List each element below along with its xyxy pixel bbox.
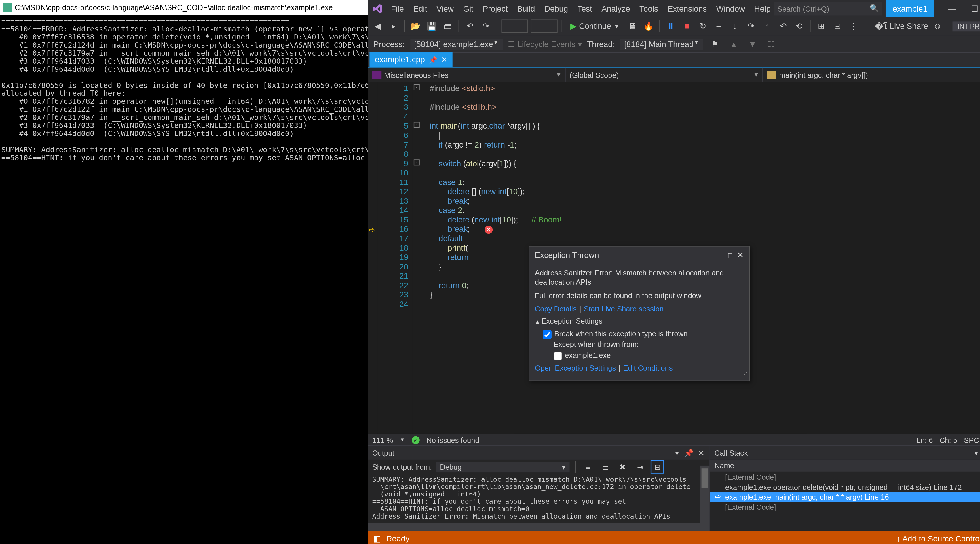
feedback-icon[interactable]: ☺ (931, 19, 944, 33)
debug-target-icon[interactable]: 🖥 (626, 19, 640, 33)
save-icon[interactable]: 💾 (425, 19, 439, 33)
edit-conditions-link[interactable]: Edit Conditions (623, 364, 673, 372)
code-line[interactable] (430, 168, 980, 178)
console-output[interactable]: ========================================… (0, 15, 368, 544)
menu-help[interactable]: Help (750, 4, 775, 13)
menu-project[interactable]: Project (479, 4, 512, 13)
menu-git[interactable]: Git (459, 4, 477, 13)
code-line[interactable]: case 2: (430, 206, 980, 215)
panel-dropdown-icon[interactable]: ▾ (672, 448, 682, 457)
reverse-icon[interactable]: ⟲ (792, 19, 806, 33)
menu-analyze[interactable]: Analyze (597, 4, 634, 13)
zoom-level[interactable]: 111 % (372, 436, 393, 444)
output-clear-icon[interactable]: ✖ (616, 460, 630, 474)
callstack-row[interactable]: example1.exe!operator delete(void * ptr,… (711, 482, 980, 492)
solution-tab[interactable]: example1 (886, 0, 934, 17)
stackframe-up-icon[interactable]: ▲ (727, 37, 741, 51)
lifecycle-icon[interactable]: ☰ Lifecycle Events ▾ (508, 39, 582, 49)
nav-fwd-button[interactable]: ▸ (387, 19, 401, 33)
output-source-combo[interactable]: Debug▾ (436, 462, 570, 472)
indent-indicator[interactable]: SPC (964, 436, 979, 444)
outline-margin[interactable]: - - - (412, 82, 430, 433)
nav-scope-combo[interactable]: (Global Scope)▾ (566, 68, 763, 82)
menu-debug[interactable]: Debug (540, 4, 572, 13)
nav-project-combo[interactable]: Miscellaneous Files▾ (368, 68, 566, 82)
code-line[interactable]: switch (atoi(argv[1])) { (430, 159, 980, 168)
code-line[interactable] (430, 112, 980, 121)
error-marker-icon[interactable]: ✕ (485, 226, 493, 234)
code-line[interactable]: delete [] (new int[10]); (430, 187, 980, 196)
fold-icon[interactable]: - (414, 160, 420, 165)
fold-icon[interactable]: - (414, 122, 420, 128)
file-tab-example1[interactable]: example1.cpp 📌 ✕ (369, 52, 452, 67)
platform-dropdown[interactable] (531, 19, 558, 33)
thread-flag-icon[interactable]: ⚑ (708, 37, 722, 51)
output-vscrollbar[interactable] (700, 466, 710, 523)
toolbox3-icon[interactable]: ⋮ (847, 19, 860, 33)
console-titlebar[interactable]: C:\MSDN\cpp-docs-pr\docs\c-language\ASAN… (0, 0, 368, 15)
toolbox1-icon[interactable]: ⊞ (815, 19, 828, 33)
menu-view[interactable]: View (433, 4, 458, 13)
menu-test[interactable]: Test (573, 4, 596, 13)
config-dropdown[interactable] (501, 19, 528, 33)
hot-reload-icon[interactable]: 🔥 (642, 19, 655, 33)
stop-icon[interactable]: ■ (680, 19, 694, 33)
code-line[interactable]: #include <stdio.h> (430, 84, 980, 93)
output-next-icon[interactable]: ≣ (598, 460, 612, 474)
output-prev-icon[interactable]: ≡ (581, 460, 595, 474)
code-line[interactable]: int main(int argc,char *argv[] ) { (430, 121, 980, 131)
copy-details-link[interactable]: Copy Details (535, 305, 577, 313)
start-liveshare-link[interactable]: Start Live Share session... (584, 305, 670, 313)
step-over-icon[interactable]: ↷ (744, 19, 758, 33)
callstack-header[interactable]: Name Lang (711, 459, 980, 472)
pause-icon[interactable]: ⏸ (664, 19, 678, 33)
resize-grip-icon[interactable]: ⋰ (741, 370, 748, 379)
callstack-body[interactable]: [External Code]example1.exe!operator del… (711, 472, 980, 531)
panel-close-icon[interactable]: ✕ (697, 448, 706, 457)
callstack-row[interactable]: ➪example1.exe!main(int argc, char * * ar… (711, 492, 980, 502)
maximize-button[interactable]: ☐ (964, 0, 980, 17)
popup-close-icon[interactable]: ✕ (737, 250, 744, 260)
break-checkbox[interactable] (543, 330, 552, 338)
process-combo[interactable]: [58104] example1.exe ▼ (410, 38, 503, 49)
code-line[interactable]: break; (430, 196, 980, 206)
output-body[interactable]: SUMMARY: AddressSanitizer: alloc-dealloc… (368, 474, 710, 523)
add-source-control[interactable]: ↑ Add to Source Control ▴ (897, 534, 980, 543)
menu-extensions[interactable]: Extensions (663, 4, 711, 13)
menu-tools[interactable]: Tools (635, 4, 662, 13)
toolbox2-icon[interactable]: ⊟ (830, 19, 844, 33)
menu-build[interactable]: Build (513, 4, 539, 13)
fold-icon[interactable]: - (414, 85, 420, 91)
panel-pin-icon[interactable]: 📌 (684, 448, 694, 457)
code-line[interactable] (430, 149, 980, 159)
minimize-button[interactable]: — (941, 0, 964, 17)
output-collapse-icon[interactable]: ⊟ (651, 460, 665, 474)
callstack-row[interactable]: [External Code] (711, 502, 980, 512)
pin-icon[interactable]: 📌 (429, 56, 437, 64)
continue-button[interactable]: ▶ Continue ▼ (566, 21, 623, 31)
step-out-icon[interactable]: ↑ (760, 19, 774, 33)
code-line[interactable]: | (430, 131, 980, 140)
tab-close-icon[interactable]: ✕ (441, 55, 447, 64)
thread-combo[interactable]: [8184] Main Thread ▼ (620, 38, 703, 49)
menu-window[interactable]: Window (712, 4, 749, 13)
line-indicator[interactable]: Ln: 6 (917, 436, 933, 444)
callstack-row[interactable]: [External Code] (711, 472, 980, 482)
restart-icon[interactable]: ↻ (696, 19, 710, 33)
char-indicator[interactable]: Ch: 5 (940, 436, 957, 444)
issues-text[interactable]: No issues found (426, 436, 479, 444)
output-hscrollbar[interactable] (368, 523, 710, 531)
nav-back-button[interactable]: ◀ (371, 19, 384, 33)
save-all-icon[interactable]: 🗃 (441, 19, 455, 33)
open-file-icon[interactable]: 📂 (409, 19, 423, 33)
nav-member-combo[interactable]: main(int argc, char * argv[])▾+ (763, 68, 980, 82)
step-back-icon[interactable]: ↶ (776, 19, 790, 33)
zoom-dropdown-icon[interactable]: ▼ (399, 437, 405, 443)
show-threads-icon[interactable]: ☷ (765, 37, 778, 51)
code-line[interactable]: default: (430, 234, 980, 243)
stackframe-down-icon[interactable]: ▼ (746, 37, 759, 51)
except-item-checkbox[interactable] (554, 351, 562, 360)
code-line[interactable]: break; (430, 225, 980, 234)
redo-icon[interactable]: ↷ (479, 19, 493, 33)
popup-pin-icon[interactable]: ⊓ (727, 250, 733, 260)
